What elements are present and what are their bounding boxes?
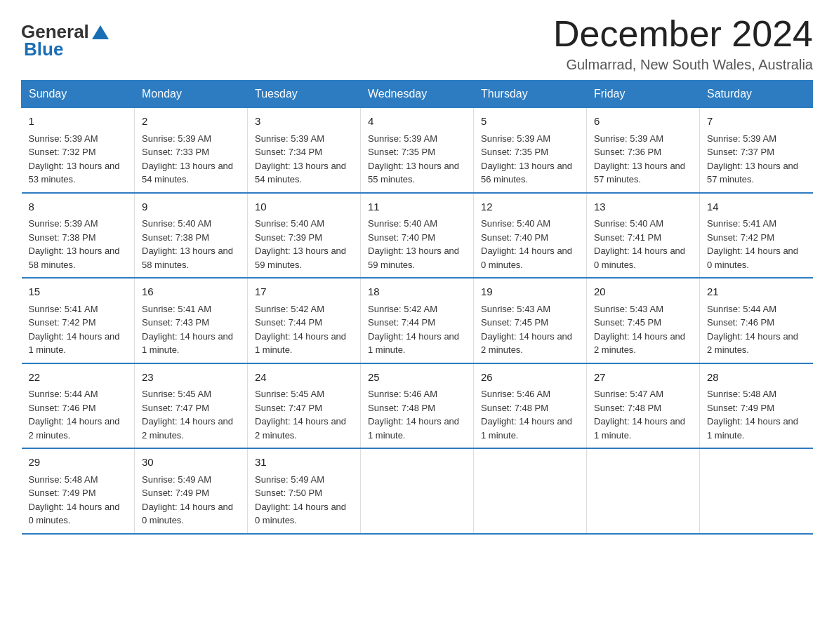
table-row: 14 Sunrise: 5:41 AMSunset: 7:42 PMDaylig… <box>700 193 813 279</box>
header-sunday: Sunday <box>22 81 135 108</box>
day-info: Sunrise: 5:46 AMSunset: 7:48 PMDaylight:… <box>368 389 459 441</box>
day-info: Sunrise: 5:39 AMSunset: 7:36 PMDaylight:… <box>594 133 685 185</box>
day-info: Sunrise: 5:39 AMSunset: 7:34 PMDaylight:… <box>255 133 346 185</box>
day-number: 23 <box>142 370 240 386</box>
day-info: Sunrise: 5:39 AMSunset: 7:32 PMDaylight:… <box>29 133 120 185</box>
day-info: Sunrise: 5:43 AMSunset: 7:45 PMDaylight:… <box>481 304 572 356</box>
day-info: Sunrise: 5:39 AMSunset: 7:38 PMDaylight:… <box>29 218 120 270</box>
table-row: 25 Sunrise: 5:46 AMSunset: 7:48 PMDaylig… <box>361 363 474 449</box>
day-info: Sunrise: 5:47 AMSunset: 7:48 PMDaylight:… <box>594 389 685 441</box>
day-number: 8 <box>29 199 128 215</box>
day-number: 28 <box>707 370 806 386</box>
day-number: 22 <box>29 370 128 386</box>
header-saturday: Saturday <box>700 81 813 108</box>
day-number: 16 <box>142 284 240 300</box>
table-row: 24 Sunrise: 5:45 AMSunset: 7:47 PMDaylig… <box>248 363 361 449</box>
day-info: Sunrise: 5:40 AMSunset: 7:39 PMDaylight:… <box>255 218 346 270</box>
table-row <box>474 448 587 534</box>
day-number: 3 <box>255 114 353 130</box>
day-number: 20 <box>594 284 692 300</box>
day-number: 24 <box>255 370 353 386</box>
table-row: 18 Sunrise: 5:42 AMSunset: 7:44 PMDaylig… <box>361 278 474 363</box>
day-info: Sunrise: 5:48 AMSunset: 7:49 PMDaylight:… <box>29 474 120 526</box>
table-row: 6 Sunrise: 5:39 AMSunset: 7:36 PMDayligh… <box>587 108 700 193</box>
day-info: Sunrise: 5:49 AMSunset: 7:50 PMDaylight:… <box>255 474 346 526</box>
day-number: 5 <box>481 114 579 130</box>
table-row: 12 Sunrise: 5:40 AMSunset: 7:40 PMDaylig… <box>474 193 587 279</box>
day-info: Sunrise: 5:39 AMSunset: 7:35 PMDaylight:… <box>481 133 572 185</box>
table-row: 3 Sunrise: 5:39 AMSunset: 7:34 PMDayligh… <box>248 108 361 193</box>
table-row: 23 Sunrise: 5:45 AMSunset: 7:47 PMDaylig… <box>135 363 248 449</box>
day-number: 25 <box>368 370 466 386</box>
table-row: 20 Sunrise: 5:43 AMSunset: 7:45 PMDaylig… <box>587 278 700 363</box>
header-tuesday: Tuesday <box>248 81 361 108</box>
day-number: 14 <box>707 199 806 215</box>
day-info: Sunrise: 5:40 AMSunset: 7:40 PMDaylight:… <box>368 218 459 270</box>
table-row: 21 Sunrise: 5:44 AMSunset: 7:46 PMDaylig… <box>700 278 813 363</box>
table-row: 8 Sunrise: 5:39 AMSunset: 7:38 PMDayligh… <box>22 193 135 279</box>
day-number: 30 <box>142 455 240 471</box>
table-row: 5 Sunrise: 5:39 AMSunset: 7:35 PMDayligh… <box>474 108 587 193</box>
table-row: 28 Sunrise: 5:48 AMSunset: 7:49 PMDaylig… <box>700 363 813 449</box>
logo: General Blue <box>21 21 110 60</box>
location-title: Gulmarrad, New South Wales, Australia <box>553 57 813 73</box>
day-number: 17 <box>255 284 353 300</box>
calendar-table: Sunday Monday Tuesday Wednesday Thursday… <box>21 80 813 535</box>
day-number: 15 <box>29 284 128 300</box>
calendar-header-row: Sunday Monday Tuesday Wednesday Thursday… <box>22 81 813 108</box>
table-row: 13 Sunrise: 5:40 AMSunset: 7:41 PMDaylig… <box>587 193 700 279</box>
table-row: 30 Sunrise: 5:49 AMSunset: 7:49 PMDaylig… <box>135 448 248 534</box>
day-number: 18 <box>368 284 466 300</box>
day-info: Sunrise: 5:40 AMSunset: 7:38 PMDaylight:… <box>142 218 233 270</box>
day-info: Sunrise: 5:42 AMSunset: 7:44 PMDaylight:… <box>255 304 346 356</box>
table-row: 27 Sunrise: 5:47 AMSunset: 7:48 PMDaylig… <box>587 363 700 449</box>
calendar-week-row: 15 Sunrise: 5:41 AMSunset: 7:42 PMDaylig… <box>22 278 813 363</box>
calendar-week-row: 8 Sunrise: 5:39 AMSunset: 7:38 PMDayligh… <box>22 193 813 279</box>
header-wednesday: Wednesday <box>361 81 474 108</box>
day-info: Sunrise: 5:42 AMSunset: 7:44 PMDaylight:… <box>368 304 459 356</box>
table-row: 31 Sunrise: 5:49 AMSunset: 7:50 PMDaylig… <box>248 448 361 534</box>
day-number: 29 <box>29 455 128 471</box>
day-number: 1 <box>29 114 128 130</box>
day-info: Sunrise: 5:41 AMSunset: 7:43 PMDaylight:… <box>142 304 233 356</box>
table-row: 9 Sunrise: 5:40 AMSunset: 7:38 PMDayligh… <box>135 193 248 279</box>
table-row <box>587 448 700 534</box>
day-info: Sunrise: 5:49 AMSunset: 7:49 PMDaylight:… <box>142 474 233 526</box>
day-number: 21 <box>707 284 806 300</box>
page-header: General Blue December 2024 Gulmarrad, Ne… <box>21 14 813 73</box>
table-row: 1 Sunrise: 5:39 AMSunset: 7:32 PMDayligh… <box>22 108 135 193</box>
day-number: 7 <box>707 114 806 130</box>
day-number: 11 <box>368 199 466 215</box>
table-row: 16 Sunrise: 5:41 AMSunset: 7:43 PMDaylig… <box>135 278 248 363</box>
day-info: Sunrise: 5:40 AMSunset: 7:41 PMDaylight:… <box>594 218 685 270</box>
day-info: Sunrise: 5:44 AMSunset: 7:46 PMDaylight:… <box>29 389 120 441</box>
day-number: 6 <box>594 114 692 130</box>
table-row: 4 Sunrise: 5:39 AMSunset: 7:35 PMDayligh… <box>361 108 474 193</box>
header-thursday: Thursday <box>474 81 587 108</box>
day-info: Sunrise: 5:43 AMSunset: 7:45 PMDaylight:… <box>594 304 685 356</box>
table-row: 26 Sunrise: 5:46 AMSunset: 7:48 PMDaylig… <box>474 363 587 449</box>
day-info: Sunrise: 5:39 AMSunset: 7:33 PMDaylight:… <box>142 133 233 185</box>
calendar-week-row: 29 Sunrise: 5:48 AMSunset: 7:49 PMDaylig… <box>22 448 813 534</box>
table-row: 2 Sunrise: 5:39 AMSunset: 7:33 PMDayligh… <box>135 108 248 193</box>
table-row: 22 Sunrise: 5:44 AMSunset: 7:46 PMDaylig… <box>22 363 135 449</box>
day-number: 10 <box>255 199 353 215</box>
day-info: Sunrise: 5:45 AMSunset: 7:47 PMDaylight:… <box>255 389 346 441</box>
day-info: Sunrise: 5:48 AMSunset: 7:49 PMDaylight:… <box>707 389 798 441</box>
day-info: Sunrise: 5:39 AMSunset: 7:37 PMDaylight:… <box>707 133 798 185</box>
day-number: 19 <box>481 284 579 300</box>
day-number: 4 <box>368 114 466 130</box>
day-info: Sunrise: 5:40 AMSunset: 7:40 PMDaylight:… <box>481 218 572 270</box>
day-number: 12 <box>481 199 579 215</box>
day-info: Sunrise: 5:44 AMSunset: 7:46 PMDaylight:… <box>707 304 798 356</box>
table-row: 19 Sunrise: 5:43 AMSunset: 7:45 PMDaylig… <box>474 278 587 363</box>
table-row <box>361 448 474 534</box>
table-row: 17 Sunrise: 5:42 AMSunset: 7:44 PMDaylig… <box>248 278 361 363</box>
table-row: 11 Sunrise: 5:40 AMSunset: 7:40 PMDaylig… <box>361 193 474 279</box>
day-number: 2 <box>142 114 240 130</box>
table-row: 29 Sunrise: 5:48 AMSunset: 7:49 PMDaylig… <box>22 448 135 534</box>
title-section: December 2024 Gulmarrad, New South Wales… <box>553 14 813 73</box>
month-title: December 2024 <box>553 14 813 54</box>
table-row: 15 Sunrise: 5:41 AMSunset: 7:42 PMDaylig… <box>22 278 135 363</box>
day-info: Sunrise: 5:41 AMSunset: 7:42 PMDaylight:… <box>29 304 120 356</box>
